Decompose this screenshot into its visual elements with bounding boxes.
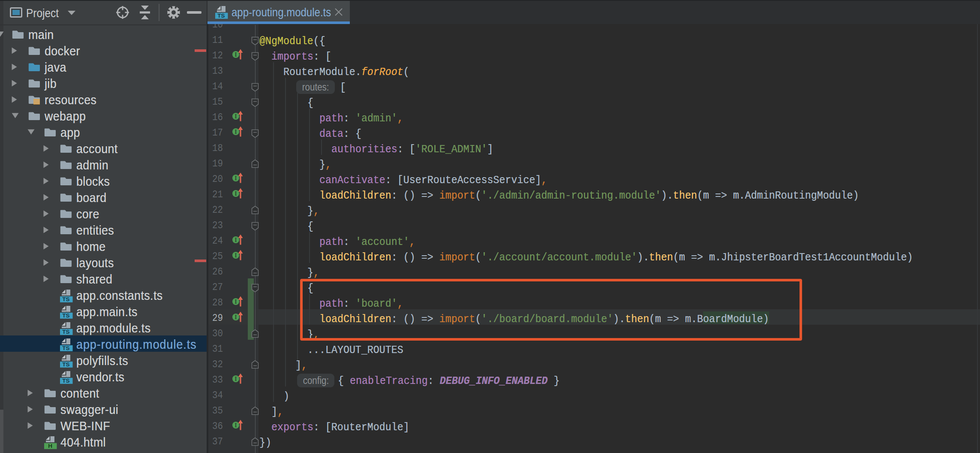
svg-text:I: I <box>234 299 237 305</box>
svg-text:I: I <box>234 51 237 58</box>
svg-text:I: I <box>234 113 237 120</box>
svg-text:TS: TS <box>62 361 69 368</box>
svg-text:TS: TS <box>62 378 69 384</box>
svg-text:TS: TS <box>62 312 69 319</box>
svg-text:H: H <box>48 443 52 449</box>
svg-text:I: I <box>234 190 237 197</box>
svg-text:I: I <box>234 422 237 429</box>
svg-text:TS: TS <box>62 345 69 351</box>
svg-text:I: I <box>234 237 237 243</box>
svg-text:I: I <box>234 252 237 259</box>
svg-text:TS: TS <box>217 12 225 19</box>
svg-text:TS: TS <box>62 296 69 302</box>
svg-text:I: I <box>234 129 237 135</box>
svg-text:I: I <box>234 314 237 320</box>
svg-text:TS: TS <box>62 329 69 335</box>
svg-text:I: I <box>234 175 237 181</box>
svg-text:I: I <box>234 376 237 382</box>
